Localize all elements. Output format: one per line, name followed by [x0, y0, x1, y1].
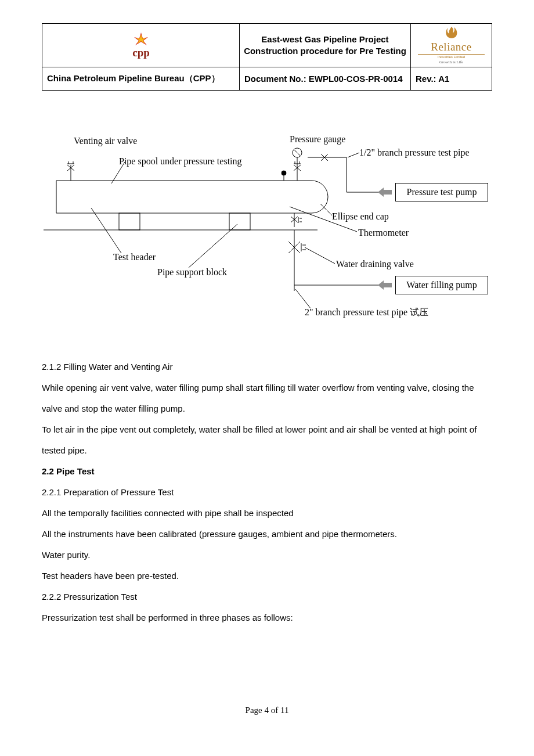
para-221-4: Test headers have been pre-tested.	[42, 566, 492, 586]
cpp-logo-icon: cpp	[45, 31, 237, 59]
svg-rect-2	[119, 213, 140, 230]
heading-22: 2.2 Pipe Test	[42, 461, 492, 482]
svg-line-31	[305, 247, 335, 264]
svg-line-32	[295, 289, 311, 308]
arrow-pressure-pump-icon	[378, 189, 392, 196]
heading-222: 2.2.2 Pressurization Test	[42, 586, 492, 607]
title-line2: Construction procedure for Pre Testing	[244, 46, 406, 56]
label-venting-air-valve: Venting air valve	[74, 136, 137, 146]
svg-line-35	[189, 224, 237, 268]
label-ellipse-cap: Ellipse end cap	[332, 211, 389, 222]
pressure-test-diagram: Venting air valve Pipe spool under press…	[39, 125, 492, 340]
svg-line-19	[348, 153, 359, 157]
label-water-drain: Water draining valve	[336, 259, 414, 269]
header-title: East-west Gas Pipeline Project Construct…	[240, 24, 411, 67]
label-branch-half: 1/2" branch pressure test pipe	[359, 147, 470, 158]
svg-point-14	[282, 171, 286, 175]
reliance-tagline: Growth is Life	[412, 60, 490, 64]
para-222-1: Pressurization test shall be performed i…	[42, 607, 492, 628]
reliance-flame-icon	[444, 26, 459, 40]
reliance-subtitle: Industries Limited	[418, 54, 485, 59]
heading-212: 2.1.2 Filling Water and Venting Air	[42, 357, 492, 377]
label-branch-two: 2" branch pressure test pipe 试压	[305, 307, 428, 319]
document-header: cpp East-west Gas Pipeline Project Const…	[42, 23, 492, 91]
box-water-pump: Water filling pump	[395, 276, 488, 294]
reliance-name: Reliance	[412, 41, 490, 53]
heading-221: 2.2.1 Preparation of Pressure Test	[42, 482, 492, 503]
para-221-2: All the instruments have been calibrated…	[42, 524, 492, 545]
svg-line-34	[91, 208, 121, 253]
para-212-2: To let air in the pipe vent out complete…	[42, 419, 492, 461]
header-org: China Petroleum Pipeline Bureau（CPP）	[42, 67, 240, 91]
header-rev: Rev.: A1	[411, 67, 492, 91]
reliance-logo-cell: Reliance Industries Limited Growth is Li…	[411, 24, 492, 67]
label-pipe-support: Pipe support block	[157, 267, 227, 278]
para-221-3: Water purity.	[42, 545, 492, 566]
cpp-logo-cell: cpp	[42, 24, 240, 67]
label-test-header: Test header	[113, 252, 156, 262]
header-docno: Document No.: EWPL00-COS-PR-0014	[240, 67, 411, 91]
label-thermometer: Thermometer	[358, 228, 409, 238]
arrow-water-pump-icon	[378, 282, 392, 289]
svg-line-9	[294, 150, 300, 156]
title-line1: East-west Gas Pipeline Project	[261, 34, 388, 44]
para-212-1: While opening air vent valve, water fill…	[42, 377, 492, 419]
document-body: 2.1.2 Filling Water and Venting Air Whil…	[42, 357, 492, 628]
label-pipe-spool: Pipe spool under pressure testing	[119, 156, 242, 167]
cpp-logo-text: cpp	[132, 46, 150, 59]
box-pressure-pump: Pressure test pump	[395, 183, 488, 201]
label-pressure-gauge: Pressure gauge	[290, 134, 345, 145]
svg-rect-3	[229, 213, 250, 230]
page-number: Page 4 of 11	[0, 705, 534, 715]
para-221-1: All the temporally facilities connected …	[42, 503, 492, 524]
